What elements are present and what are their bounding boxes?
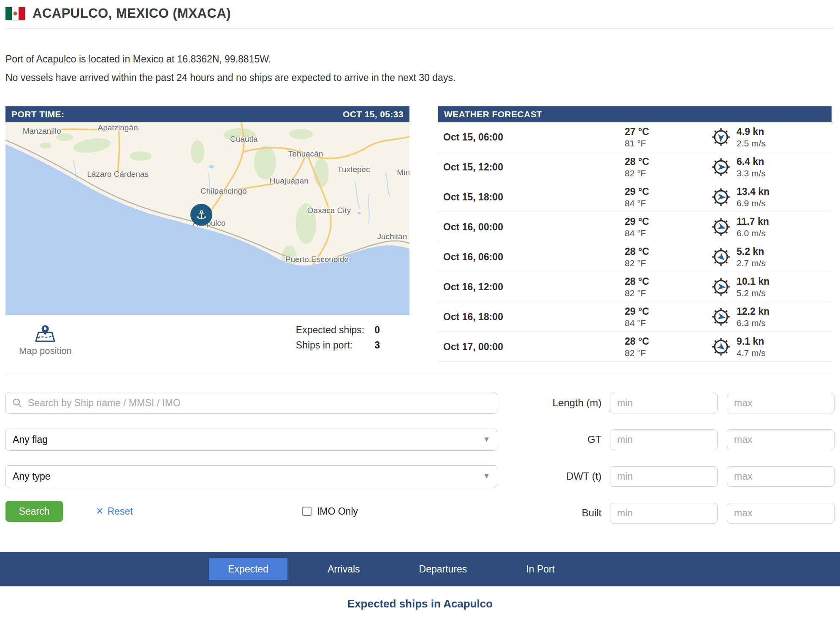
range-max-input[interactable]	[727, 429, 835, 450]
wind-ms: 4.7 m/s	[737, 348, 766, 358]
reset-link[interactable]: ✕ Reset	[96, 506, 133, 517]
weather-wind: 13.4 kn 6.9 m/s	[711, 186, 832, 208]
map-position-label: Map position	[19, 345, 72, 356]
tab-expected[interactable]: Expected	[209, 558, 287, 580]
wind-knots: 11.7 kn	[737, 216, 769, 227]
range-label: DWT (t)	[539, 470, 610, 482]
port-anchor-marker[interactable]: ⚓	[190, 204, 212, 226]
map-city-label: Min	[397, 168, 409, 177]
weather-time: Oct 17, 00:00	[438, 341, 625, 353]
ship-list-tabs: ExpectedArrivalsDeparturesIn Port	[209, 558, 574, 580]
anchor-icon: ⚓	[196, 208, 207, 222]
weather-temperature: 27 °C 81 °F	[625, 126, 711, 148]
range-min-input[interactable]	[610, 503, 718, 524]
page-header: ACAPULCO, MEXICO (MXACA)	[5, 0, 835, 21]
wind-direction-icon	[711, 247, 731, 267]
tab-arrivals[interactable]: Arrivals	[309, 558, 379, 580]
chevron-down-icon: ▼	[483, 472, 490, 480]
wind-direction-icon	[711, 307, 731, 327]
range-label: Built	[539, 507, 610, 519]
port-time-value: OCT 15, 05:33	[343, 109, 404, 119]
chevron-down-icon: ▼	[483, 435, 490, 444]
weather-temperature: 28 °C 82 °F	[625, 336, 711, 358]
weather-temperature: 29 °C 84 °F	[625, 186, 711, 208]
search-icon	[12, 398, 22, 408]
temp-fahrenheit: 84 °F	[625, 318, 711, 328]
map-city-label: Chilpancingo	[201, 186, 247, 196]
map-city-label: Huajuapan	[270, 176, 309, 186]
weather-row: Oct 16, 18:00 29 °C 84 °F 12.2 kn 6.3 m/…	[438, 302, 832, 332]
temp-celsius: 29 °C	[625, 306, 711, 317]
weather-panel: WEATHER FORECAST Oct 15, 06:00 27 °C 81 …	[438, 106, 832, 362]
weather-temperature: 28 °C 82 °F	[625, 276, 711, 298]
flag-select-value: Any flag	[13, 434, 48, 445]
temp-fahrenheit: 82 °F	[625, 168, 711, 178]
weather-wind: 4.9 kn 2.5 m/s	[711, 126, 832, 148]
wind-direction-icon	[711, 277, 731, 297]
range-max-input[interactable]	[727, 393, 835, 413]
mexico-flag-icon	[5, 7, 25, 20]
wind-ms: 6.9 m/s	[737, 198, 770, 208]
temp-fahrenheit: 84 °F	[625, 228, 711, 238]
temp-celsius: 28 °C	[625, 246, 711, 257]
range-min-input[interactable]	[610, 429, 718, 450]
weather-row: Oct 16, 12:00 28 °C 82 °F 10.1 kn 5.2 m/…	[438, 272, 832, 302]
weather-time: Oct 16, 18:00	[438, 311, 625, 323]
weather-row: Oct 15, 18:00 29 °C 84 °F 13.4 kn 6.9 m/…	[438, 182, 832, 212]
wind-direction-icon	[711, 127, 731, 147]
wind-knots: 12.2 kn	[737, 306, 770, 317]
range-label: GT	[539, 434, 610, 445]
tab-departures[interactable]: Departures	[400, 558, 486, 580]
section-heading: Expected ships in Acapulco	[0, 597, 840, 610]
tab-in-port[interactable]: In Port	[507, 558, 574, 580]
weather-row: Oct 15, 12:00 28 °C 82 °F 6.4 kn 3.3 m/s	[438, 152, 832, 182]
expected-ships-value: 0	[374, 324, 380, 336]
ships-in-port-value: 3	[374, 340, 380, 351]
port-time-bar: PORT TIME: OCT 15, 05:33	[5, 106, 409, 122]
weather-temperature: 29 °C 84 °F	[625, 306, 711, 328]
range-row: DWT (t)	[539, 465, 835, 487]
type-select-value: Any type	[13, 471, 51, 482]
section-divider	[5, 374, 835, 374]
weather-time: Oct 16, 00:00	[438, 221, 625, 233]
temp-fahrenheit: 82 °F	[625, 258, 711, 268]
weather-wind: 6.4 kn 3.3 m/s	[711, 156, 832, 178]
temp-celsius: 28 °C	[625, 156, 711, 167]
weather-row: Oct 16, 06:00 28 °C 82 °F 5.2 kn 2.7 m/s	[438, 242, 832, 272]
weather-temperature: 29 °C 84 °F	[625, 216, 711, 238]
weather-temperature: 28 °C 82 °F	[625, 156, 711, 178]
imo-only-checkbox[interactable]	[302, 507, 312, 516]
map-city-label: Juchitán	[377, 232, 407, 241]
range-max-input[interactable]	[727, 466, 835, 487]
map-city-label: Lázaro Cárdenas	[87, 170, 149, 179]
range-min-input[interactable]	[610, 466, 718, 487]
range-row: Built	[539, 502, 835, 524]
weather-wind: 11.7 kn 6.0 m/s	[711, 216, 832, 238]
range-max-input[interactable]	[727, 503, 835, 524]
flag-select[interactable]: Any flag ▼	[5, 429, 497, 451]
weather-time: Oct 15, 12:00	[438, 162, 625, 173]
map-position-icon	[35, 324, 56, 343]
wind-direction-icon	[711, 157, 731, 177]
imo-only-label: IMO Only	[317, 506, 358, 517]
temp-fahrenheit: 82 °F	[625, 348, 711, 358]
range-row: GT	[539, 429, 835, 451]
port-map[interactable]: ManzanilloApatzingánCuautlaTehuacánTuxte…	[5, 122, 409, 315]
map-position-link[interactable]: Map position	[19, 324, 72, 356]
search-button[interactable]: Search	[5, 501, 63, 522]
type-select[interactable]: Any type ▼	[5, 465, 497, 487]
map-city-label: Tuxtepec	[337, 165, 370, 174]
weather-title: WEATHER FORECAST	[444, 109, 542, 119]
map-city-label: Manzanillo	[23, 127, 61, 136]
range-label: Length (m)	[539, 397, 610, 409]
range-filters: Length (m) GT DWT (t) Built	[539, 392, 835, 524]
range-min-input[interactable]	[610, 393, 718, 413]
weather-time: Oct 15, 06:00	[438, 132, 625, 143]
port-time-label: PORT TIME:	[11, 109, 64, 119]
expected-ships-label: Expected ships:	[296, 324, 364, 336]
search-input[interactable]	[5, 392, 497, 414]
map-city-label: Cuautla	[230, 135, 258, 144]
weather-time: Oct 16, 06:00	[438, 251, 625, 263]
temp-celsius: 27 °C	[625, 126, 711, 138]
page-title: ACAPULCO, MEXICO (MXACA)	[33, 6, 231, 21]
